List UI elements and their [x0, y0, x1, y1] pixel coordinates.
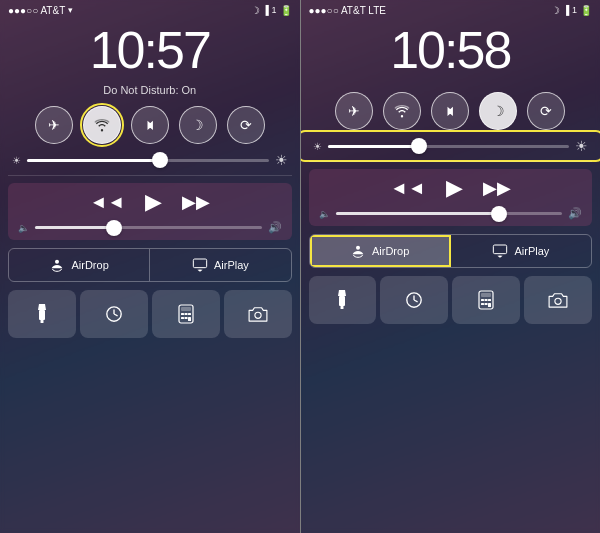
status-bar: ●●●○○ AT&T ▾ ☽ ▐ 1 🔋 [0, 0, 300, 20]
svg-line-22 [414, 300, 418, 302]
svg-rect-18 [339, 296, 345, 306]
volume-track[interactable] [35, 226, 262, 229]
prev-button[interactable]: ◄◄ [89, 192, 125, 213]
ctrl-btn-moon[interactable]: ☽ [179, 106, 217, 144]
svg-rect-17 [494, 245, 507, 254]
airdrop-button[interactable]: AirDrop [9, 249, 150, 281]
ctrl-btn-rotation[interactable]: ⟳ [227, 106, 265, 144]
camera-button[interactable] [224, 290, 292, 338]
calculator-button[interactable] [452, 276, 520, 324]
airplay-button[interactable]: AirPlay [150, 249, 290, 281]
clock-button[interactable] [380, 276, 448, 324]
status-bar: ●●●○○ AT&T LTE ☽ ▐ 1 🔋 [301, 0, 601, 20]
share-bar: AirDrop AirPlay [8, 248, 292, 282]
ctrl-btn-moon[interactable]: ☽ [479, 92, 517, 130]
svg-rect-26 [485, 299, 488, 301]
volume-high-icon: 🔊 [268, 221, 282, 234]
volume-thumb[interactable] [491, 206, 507, 222]
music-area: ◄◄ ▶ ▶▶ 🔈 🔊 [309, 169, 593, 226]
ctrl-btn-airplane[interactable]: ✈ [35, 106, 73, 144]
status-left: ●●●○○ AT&T LTE [309, 5, 386, 16]
utilities-bar [8, 290, 292, 338]
airplay-button[interactable]: AirPlay [451, 235, 591, 267]
airdrop-label: AirDrop [372, 245, 409, 257]
airdrop-label: AirDrop [71, 259, 108, 271]
wifi-status-icon: ▾ [68, 5, 73, 15]
calculator-button[interactable] [152, 290, 220, 338]
signal-bars: ▐ 1 [263, 5, 277, 15]
ctrl-btn-bluetooth[interactable] [431, 92, 469, 130]
signal-bars: ▐ 1 [563, 5, 577, 15]
svg-rect-25 [481, 299, 484, 301]
panel-right: ●●●○○ AT&T LTE ☽ ▐ 1 🔋 10:58✈ ☽⟳ ☀ ☀ ◄◄ … [301, 0, 601, 533]
svg-rect-8 [181, 307, 191, 311]
svg-point-0 [55, 260, 59, 264]
svg-point-16 [356, 246, 360, 250]
prev-button[interactable]: ◄◄ [390, 178, 426, 199]
airplay-label: AirPlay [514, 245, 549, 257]
battery-icon: 🔋 [580, 5, 592, 16]
next-button[interactable]: ▶▶ [182, 191, 210, 213]
brightness-slider-row[interactable]: ☀ ☀ [301, 134, 601, 158]
svg-rect-27 [488, 299, 491, 301]
volume-high-icon: 🔊 [568, 207, 582, 220]
airdrop-button[interactable]: AirDrop [310, 235, 451, 267]
ctrl-btn-rotation[interactable]: ⟳ [527, 92, 565, 130]
svg-rect-14 [188, 317, 191, 321]
dnd-label: Do Not Disturb: On [0, 84, 300, 96]
ctrl-btn-wifi[interactable] [83, 106, 121, 144]
brightness-track[interactable] [27, 159, 269, 162]
music-area: ◄◄ ▶ ▶▶ 🔈 🔊 [8, 183, 292, 240]
status-left: ●●●○○ AT&T ▾ [8, 5, 73, 16]
carrier-text: ●●●○○ AT&T LTE [309, 5, 386, 16]
svg-rect-10 [184, 313, 187, 315]
status-right: ☽ ▐ 1 🔋 [551, 5, 592, 16]
utilities-bar [309, 276, 593, 324]
panel-divider [300, 0, 301, 533]
play-button[interactable]: ▶ [446, 175, 463, 201]
volume-track[interactable] [336, 212, 563, 215]
svg-rect-12 [181, 317, 184, 319]
brightness-thumb[interactable] [411, 138, 427, 154]
carrier-text: ●●●○○ AT&T [8, 5, 65, 16]
svg-rect-2 [39, 310, 45, 320]
volume-low-icon: 🔈 [319, 209, 330, 219]
ctrl-btn-bluetooth[interactable] [131, 106, 169, 144]
playback-controls: ◄◄ ▶ ▶▶ [319, 175, 583, 201]
brightness-track[interactable] [328, 145, 570, 148]
svg-rect-24 [481, 293, 491, 297]
volume-thumb[interactable] [106, 220, 122, 236]
controls-row: ✈ ☽⟳ [0, 102, 300, 148]
battery-icon: 🔋 [280, 5, 292, 16]
svg-rect-30 [488, 303, 491, 307]
time-display: 10:58 [301, 20, 601, 84]
brightness-slider-row[interactable]: ☀ ☀ [0, 148, 300, 172]
next-button[interactable]: ▶▶ [483, 177, 511, 199]
airplay-label: AirPlay [214, 259, 249, 271]
share-bar: AirDrop AirPlay [309, 234, 593, 268]
camera-button[interactable] [524, 276, 592, 324]
svg-rect-9 [181, 313, 184, 315]
panel-left: ●●●○○ AT&T ▾ ☽ ▐ 1 🔋 10:57Do Not Disturb… [0, 0, 300, 533]
volume-row[interactable]: 🔈 🔊 [18, 221, 282, 234]
volume-row[interactable]: 🔈 🔊 [319, 207, 583, 220]
brightness-fill [27, 159, 160, 162]
brightness-high-icon: ☀ [575, 138, 588, 154]
moon-icon: ☽ [551, 5, 560, 16]
ctrl-btn-airplane[interactable]: ✈ [335, 92, 373, 130]
brightness-thumb[interactable] [152, 152, 168, 168]
volume-fill [35, 226, 114, 229]
brightness-fill [328, 145, 420, 148]
brightness-low-icon: ☀ [313, 141, 322, 152]
ctrl-btn-wifi[interactable] [383, 92, 421, 130]
flashlight-button[interactable] [309, 276, 377, 324]
svg-line-6 [114, 314, 118, 316]
status-right: ☽ ▐ 1 🔋 [251, 5, 292, 16]
clock-button[interactable] [80, 290, 148, 338]
moon-icon: ☽ [251, 5, 260, 16]
svg-rect-11 [188, 313, 191, 315]
svg-rect-1 [193, 259, 206, 268]
play-button[interactable]: ▶ [145, 189, 162, 215]
svg-rect-28 [481, 303, 484, 305]
flashlight-button[interactable] [8, 290, 76, 338]
